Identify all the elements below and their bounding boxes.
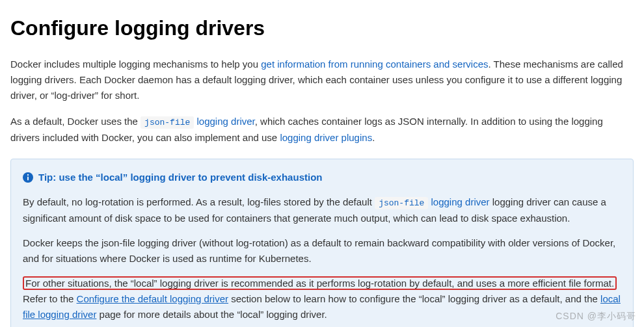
text: By default, no log-rotation is performed… bbox=[23, 196, 375, 207]
link-get-info[interactable]: get information from running containers … bbox=[261, 59, 488, 70]
tip-paragraph-1: By default, no log-rotation is performed… bbox=[23, 194, 621, 226]
text: page for more details about the “local” … bbox=[96, 309, 327, 320]
intro-paragraph-2: As a default, Docker uses the json-file … bbox=[10, 114, 634, 146]
link-text: logging driver bbox=[194, 116, 254, 127]
tip-callout: Tip: use the “local” logging driver to p… bbox=[10, 159, 634, 327]
intro-paragraph-1: Docker includes multiple logging mechani… bbox=[10, 57, 634, 103]
text: Refer to the bbox=[23, 293, 77, 304]
text: Docker includes multiple logging mechani… bbox=[10, 59, 261, 70]
page-title: Configure logging drivers bbox=[10, 12, 634, 45]
svg-rect-1 bbox=[27, 176, 29, 180]
svg-point-2 bbox=[27, 174, 29, 176]
tip-paragraph-3: For other situations, the “local” loggin… bbox=[23, 276, 621, 322]
text: section below to learn how to configure … bbox=[228, 293, 600, 304]
text: . bbox=[372, 132, 375, 143]
tip-title: Tip: use the “local” logging driver to p… bbox=[38, 170, 322, 185]
link-json-file-driver[interactable]: json-file logging driver bbox=[141, 116, 255, 127]
text: As a default, Docker uses the bbox=[10, 116, 141, 127]
code-json-file: json-file bbox=[141, 116, 194, 129]
link-logging-plugins[interactable]: logging driver plugins bbox=[280, 132, 372, 143]
tip-paragraph-2: Docker keeps the json-file logging drive… bbox=[23, 235, 621, 267]
tip-header: Tip: use the “local” logging driver to p… bbox=[23, 170, 621, 185]
code-json-file-2: json-file bbox=[375, 197, 428, 209]
link-text: logging driver bbox=[428, 196, 489, 207]
info-icon bbox=[23, 172, 33, 183]
link-json-file-driver-2[interactable]: json-file logging driver bbox=[375, 196, 489, 207]
highlighted-recommendation: For other situations, the “local” loggin… bbox=[23, 276, 617, 290]
link-configure-default[interactable]: Configure the default logging driver bbox=[77, 293, 228, 304]
